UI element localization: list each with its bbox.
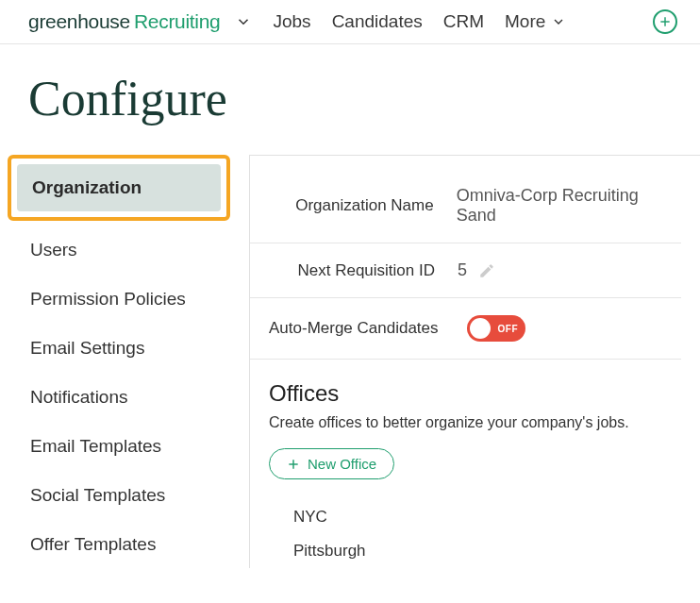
chevron-down-icon[interactable]	[235, 13, 252, 30]
nav-jobs[interactable]: Jobs	[273, 11, 310, 32]
office-item[interactable]: NYC	[293, 500, 700, 534]
automerge-toggle[interactable]: OFF	[467, 315, 525, 342]
office-list: NYC Pittsburgh	[293, 500, 700, 568]
offices-heading: Offices	[269, 380, 700, 407]
sidebar: Organization Users Permission Policies E…	[0, 155, 236, 570]
brand-greenhouse: greenhouse	[28, 10, 130, 33]
sidebar-item-email-templates[interactable]: Email Templates	[15, 423, 226, 470]
page-title: Configure	[28, 71, 700, 126]
org-name-row: Organization Name Omniva-Corp Recruiting…	[250, 156, 681, 243]
req-id-value: 5	[458, 260, 467, 280]
sidebar-item-notifications[interactable]: Notifications	[15, 374, 226, 421]
nav-more-label: More	[505, 11, 545, 32]
nav-crm[interactable]: CRM	[443, 11, 484, 32]
org-name-label: Organization Name	[269, 196, 457, 215]
req-id-label: Next Requisition ID	[269, 261, 458, 280]
nav-more[interactable]: More	[505, 11, 566, 32]
sidebar-item-organization[interactable]: Organization	[17, 164, 221, 211]
sidebar-item-offer-templates[interactable]: Offer Templates	[15, 521, 226, 568]
sidebar-item-email-settings[interactable]: Email Settings	[15, 325, 226, 372]
edit-req-id-button[interactable]	[478, 262, 495, 279]
topnav-links: Jobs Candidates CRM More	[273, 11, 566, 32]
req-id-row: Next Requisition ID 5	[250, 243, 681, 298]
nav-candidates[interactable]: Candidates	[332, 11, 423, 32]
sidebar-item-permission-policies[interactable]: Permission Policies	[15, 276, 226, 323]
chevron-down-icon	[551, 14, 566, 29]
new-office-button[interactable]: New Office	[269, 448, 394, 479]
automerge-label: Auto-Merge Candidates	[269, 319, 467, 338]
sidebar-item-users[interactable]: Users	[15, 226, 226, 274]
offices-subtext: Create offices to better organize your c…	[269, 414, 700, 431]
main-panel: Organization Name Omniva-Corp Recruiting…	[249, 155, 700, 568]
top-nav: greenhouse Recruiting Jobs Candidates CR…	[0, 0, 700, 44]
new-office-label: New Office	[308, 456, 376, 472]
plus-icon	[287, 458, 300, 471]
brand-recruiting: Recruiting	[134, 10, 221, 33]
org-name-value: Omniva-Corp Recruiting Sand	[457, 186, 681, 226]
brand-switcher[interactable]: greenhouse Recruiting	[28, 10, 220, 33]
pencil-icon	[478, 262, 495, 279]
automerge-row: Auto-Merge Candidates OFF	[250, 298, 681, 360]
sidebar-item-social-templates[interactable]: Social Templates	[15, 472, 226, 519]
plus-icon	[658, 15, 672, 28]
toggle-state-label: OFF	[498, 324, 519, 334]
add-button[interactable]	[653, 9, 677, 34]
office-item[interactable]: Pittsburgh	[293, 534, 700, 568]
highlight-annotation: Organization	[8, 155, 230, 221]
